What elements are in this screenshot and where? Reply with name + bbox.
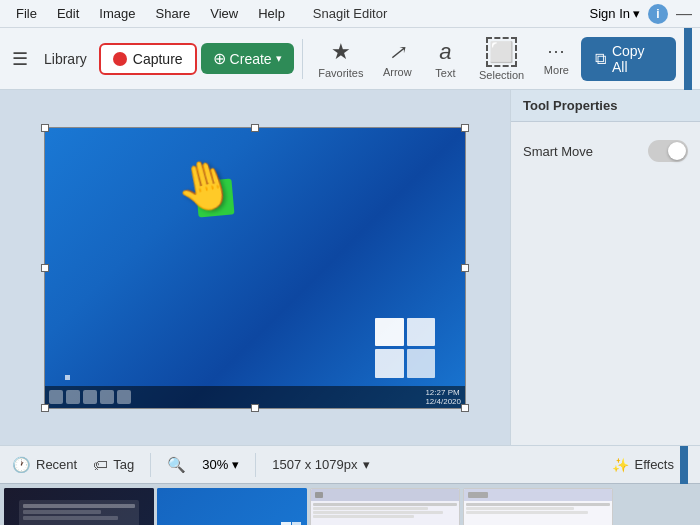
bottom-bar-sep-2	[255, 453, 256, 477]
taskbar-icon-2	[66, 390, 80, 404]
main-area: 12:27 PM12/4/2020 🤚 Tool Properties Smar…	[0, 90, 700, 445]
tool-text[interactable]: a Text	[423, 35, 467, 83]
taskbar-icon-4	[100, 390, 114, 404]
library-button[interactable]: Library	[36, 47, 95, 71]
thumbnail-1[interactable]	[4, 488, 154, 525]
create-plus-icon: ⊕	[213, 49, 226, 68]
thumbnail-3[interactable]	[310, 488, 460, 525]
menu-share[interactable]: Share	[148, 4, 199, 23]
handle-bottom-left[interactable]	[41, 404, 49, 412]
info-icon[interactable]: i	[648, 4, 668, 24]
menu-help[interactable]: Help	[250, 4, 293, 23]
capture-button[interactable]: Capture	[99, 43, 197, 75]
app-title: Snagit Editor	[313, 6, 387, 21]
recent-label: Recent	[36, 457, 77, 472]
win-pane-3	[375, 349, 404, 378]
thumbnail-4[interactable]	[463, 488, 613, 525]
canvas-container: 12:27 PM12/4/2020 🤚	[44, 127, 466, 409]
handle-top-mid[interactable]	[251, 124, 259, 132]
tag-button[interactable]: 🏷 Tag	[93, 456, 134, 473]
capture-label: Capture	[133, 51, 183, 67]
smart-move-label: Smart Move	[523, 144, 593, 159]
taskbar-icon-1	[49, 390, 63, 404]
effects-label: Effects	[634, 457, 674, 472]
thumbnail-2[interactable]	[157, 488, 307, 525]
taskbar-icon-3	[83, 390, 97, 404]
thumbnails-strip	[0, 483, 700, 525]
toolbar-right-accent	[684, 28, 692, 90]
handle-top-left[interactable]	[41, 124, 49, 132]
hamburger-icon[interactable]: ☰	[8, 44, 32, 74]
copyall-icon: ⧉	[595, 50, 606, 68]
create-label: Create	[230, 51, 272, 67]
bottom-bar: 🕐 Recent 🏷 Tag 🔍 30% ▾ 1507 x 1079px ▾ ✨…	[0, 445, 700, 483]
smart-move-toggle[interactable]	[648, 140, 688, 162]
effects-wand-icon: ✨	[612, 457, 629, 473]
arrow-icon: ↗	[389, 40, 406, 64]
toggle-knob	[668, 142, 686, 160]
text-label: Text	[435, 67, 455, 79]
zoom-dropdown-icon: ▾	[232, 457, 239, 472]
signin-button[interactable]: Sign In ▾	[590, 6, 640, 21]
tool-selection[interactable]: ⬜ Selection	[471, 33, 532, 85]
menu-edit[interactable]: Edit	[49, 4, 87, 23]
windows-logo	[375, 318, 435, 378]
signin-arrow: ▾	[633, 6, 640, 21]
toolbar: ☰ Library Capture ⊕ Create ▾ ★ Favorites…	[0, 28, 700, 90]
menubar: File Edit Image Share View Help Snagit E…	[0, 0, 700, 28]
menu-file[interactable]: File	[8, 4, 45, 23]
canvas-dot	[65, 375, 70, 380]
toolbar-separator	[302, 39, 303, 79]
signin-area: Sign In ▾ i —	[590, 4, 692, 24]
taskbar-icons	[49, 390, 425, 404]
recent-clock-icon: 🕐	[12, 456, 31, 474]
taskbar-time: 12:27 PM12/4/2020	[425, 388, 461, 406]
size-display[interactable]: 1507 x 1079px ▾	[272, 457, 369, 472]
favorites-icon: ★	[331, 39, 351, 65]
arrow-label: Arrow	[383, 66, 412, 78]
zoom-control[interactable]: 30% ▾	[202, 457, 239, 472]
copyall-button[interactable]: ⧉ Copy All	[581, 37, 676, 81]
bottom-bar-right: ✨ Effects	[612, 446, 688, 484]
recent-button[interactable]: 🕐 Recent	[12, 456, 77, 474]
minimize-button[interactable]: —	[676, 6, 692, 22]
win-pane-4	[407, 349, 436, 378]
handle-bottom-right[interactable]	[461, 404, 469, 412]
win-pane-2	[407, 318, 436, 347]
search-area[interactable]: 🔍	[167, 456, 186, 474]
tag-label: Tag	[113, 457, 134, 472]
capture-dot-icon	[113, 52, 127, 66]
handle-top-right[interactable]	[461, 124, 469, 132]
search-icon: 🔍	[167, 456, 186, 474]
create-dropdown-icon: ▾	[276, 52, 282, 65]
zoom-label: 30%	[202, 457, 228, 472]
canvas-image: 12:27 PM12/4/2020	[45, 128, 465, 408]
canvas-area[interactable]: 12:27 PM12/4/2020 🤚	[0, 90, 510, 445]
menu-image[interactable]: Image	[91, 4, 143, 23]
create-button[interactable]: ⊕ Create ▾	[201, 43, 294, 74]
tool-arrow[interactable]: ↗ Arrow	[375, 36, 419, 82]
tool-favorites[interactable]: ★ Favorites	[311, 35, 371, 83]
smart-move-row: Smart Move	[523, 134, 688, 168]
win-pane-1	[375, 318, 404, 347]
more-button[interactable]: ··· More	[536, 37, 577, 80]
handle-mid-right[interactable]	[461, 264, 469, 272]
handle-mid-left[interactable]	[41, 264, 49, 272]
effects-button[interactable]: ✨ Effects	[612, 457, 674, 473]
favorites-label: Favorites	[318, 67, 363, 79]
bottom-bar-sep	[150, 453, 151, 477]
more-dots-icon: ···	[547, 41, 565, 62]
selection-icon: ⬜	[486, 37, 517, 67]
menu-view[interactable]: View	[202, 4, 246, 23]
tag-icon: 🏷	[93, 456, 108, 473]
handle-bottom-mid[interactable]	[251, 404, 259, 412]
selection-label: Selection	[479, 69, 524, 81]
copyall-label: Copy All	[612, 43, 662, 75]
more-label: More	[544, 64, 569, 76]
size-dropdown-icon: ▾	[363, 457, 370, 472]
size-label: 1507 x 1079px	[272, 457, 357, 472]
text-icon: a	[439, 39, 451, 65]
tool-properties-panel: Tool Properties Smart Move	[510, 90, 700, 445]
taskbar-icon-5	[117, 390, 131, 404]
tool-properties-content: Smart Move	[511, 122, 700, 180]
